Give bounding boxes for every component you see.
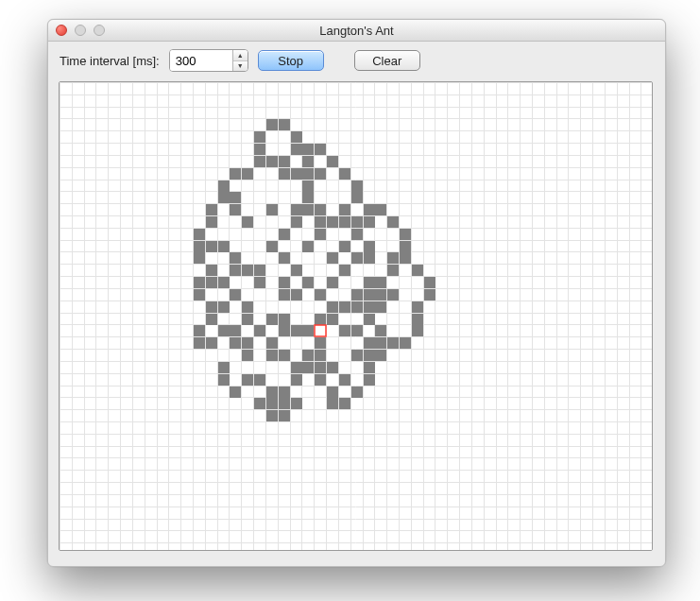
interval-label: Time interval [ms]:	[60, 54, 160, 68]
stop-button[interactable]: Stop	[258, 50, 324, 71]
stepper-down-icon[interactable]: ▼	[233, 61, 248, 72]
minimize-icon[interactable]	[75, 25, 86, 36]
interval-spinner[interactable]: ▲ ▼	[169, 49, 248, 72]
stepper-up-icon[interactable]: ▲	[233, 50, 248, 61]
close-icon[interactable]	[56, 25, 67, 36]
window-title: Langton's Ant	[48, 24, 665, 38]
app-window: Langton's Ant Time interval [ms]: ▲ ▼ St…	[47, 19, 666, 567]
clear-button[interactable]: Clear	[354, 50, 420, 71]
interval-input[interactable]	[170, 50, 232, 71]
zoom-icon[interactable]	[94, 25, 105, 36]
toolbar: Time interval [ms]: ▲ ▼ Stop Clear	[48, 42, 665, 79]
grid-canvas[interactable]	[59, 81, 653, 551]
titlebar[interactable]: Langton's Ant	[48, 20, 665, 42]
